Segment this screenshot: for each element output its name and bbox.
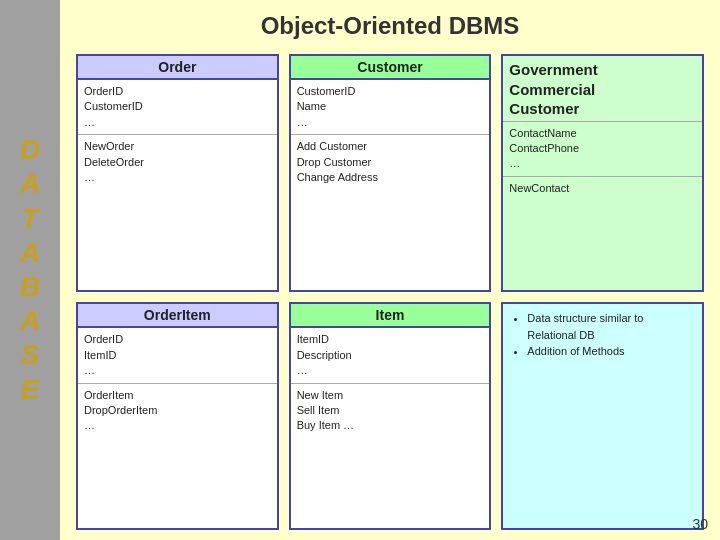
orderitem-card-methods: OrderItem DropOrderItem … xyxy=(78,384,277,438)
item-field-2: Description xyxy=(297,348,484,363)
gov-header-3: Customer xyxy=(509,99,696,119)
government-card-methods: NewContact xyxy=(503,177,702,200)
sidebar-letter-a1: A xyxy=(20,168,40,200)
orderitem-method-2: DropOrderItem xyxy=(84,403,271,418)
customer-card: Customer CustomerID Name … Add Customer … xyxy=(289,54,492,292)
item-method-2: Sell Item xyxy=(297,403,484,418)
orderitem-field-3: … xyxy=(84,363,271,378)
item-card-methods: New Item Sell Item Buy Item … xyxy=(291,384,490,438)
item-field-3: … xyxy=(297,363,484,378)
item-method-3: Buy Item … xyxy=(297,418,484,433)
sidebar-letter-a2: A xyxy=(20,237,40,269)
orderitem-card: OrderItem OrderID ItemID … OrderItem Dro… xyxy=(76,302,279,530)
notes-card: Data structure similar to Relational DB … xyxy=(501,302,704,530)
order-field-2: CustomerID xyxy=(84,99,271,114)
customer-field-1: CustomerID xyxy=(297,84,484,99)
government-card: Government Commercial Customer ContactNa… xyxy=(501,54,704,292)
order-card-header: Order xyxy=(78,56,277,80)
sidebar-letter-s: S xyxy=(21,339,40,371)
sidebar-letter-a3: A xyxy=(20,305,40,337)
page-title: Object-Oriented DBMS xyxy=(76,12,704,40)
gov-field-1: ContactName xyxy=(509,126,696,141)
gov-method-1: NewContact xyxy=(509,181,696,196)
sidebar-letter-t: T xyxy=(21,203,38,235)
customer-method-3: Change Address xyxy=(297,170,484,185)
customer-method-2: Drop Customer xyxy=(297,155,484,170)
gov-field-3: … xyxy=(509,156,696,171)
orderitem-field-2: ItemID xyxy=(84,348,271,363)
gov-header-1: Government xyxy=(509,60,696,80)
gov-field-2: ContactPhone xyxy=(509,141,696,156)
order-method-1: NewOrder xyxy=(84,139,271,154)
item-method-1: New Item xyxy=(297,388,484,403)
order-card: Order OrderID CustomerID … NewOrder Dele… xyxy=(76,54,279,292)
order-field-3: … xyxy=(84,115,271,130)
order-method-2: DeleteOrder xyxy=(84,155,271,170)
sidebar: D A T A B A S E xyxy=(0,0,60,540)
grid-area: Order OrderID CustomerID … NewOrder Dele… xyxy=(76,54,704,530)
customer-card-methods: Add Customer Drop Customer Change Addres… xyxy=(291,135,490,189)
government-card-headers: Government Commercial Customer xyxy=(503,56,702,122)
orderitem-method-1: OrderItem xyxy=(84,388,271,403)
gov-header-2: Commercial xyxy=(509,80,696,100)
customer-card-header: Customer xyxy=(291,56,490,80)
item-card-fields: ItemID Description … xyxy=(291,328,490,383)
item-card: Item ItemID Description … New Item Sell … xyxy=(289,302,492,530)
notes-bullet-1: Data structure similar to Relational DB xyxy=(527,310,694,343)
main-content: Object-Oriented DBMS Order OrderID Custo… xyxy=(60,0,720,540)
orderitem-method-3: … xyxy=(84,418,271,433)
customer-field-3: … xyxy=(297,115,484,130)
order-method-3: … xyxy=(84,170,271,185)
customer-field-2: Name xyxy=(297,99,484,114)
order-card-methods: NewOrder DeleteOrder … xyxy=(78,135,277,189)
notes-bullet-2: Addition of Methods xyxy=(527,343,694,360)
sidebar-letter-b: B xyxy=(20,271,40,303)
order-card-fields: OrderID CustomerID … xyxy=(78,80,277,135)
customer-card-fields: CustomerID Name … xyxy=(291,80,490,135)
orderitem-field-1: OrderID xyxy=(84,332,271,347)
page-number: 30 xyxy=(692,516,708,532)
orderitem-card-header: OrderItem xyxy=(78,304,277,328)
item-field-1: ItemID xyxy=(297,332,484,347)
customer-method-1: Add Customer xyxy=(297,139,484,154)
sidebar-letter-d: D xyxy=(20,134,40,166)
orderitem-card-fields: OrderID ItemID … xyxy=(78,328,277,383)
order-field-1: OrderID xyxy=(84,84,271,99)
sidebar-letter-e: E xyxy=(21,374,40,406)
item-card-header: Item xyxy=(291,304,490,328)
government-card-fields: ContactName ContactPhone … xyxy=(503,122,702,177)
